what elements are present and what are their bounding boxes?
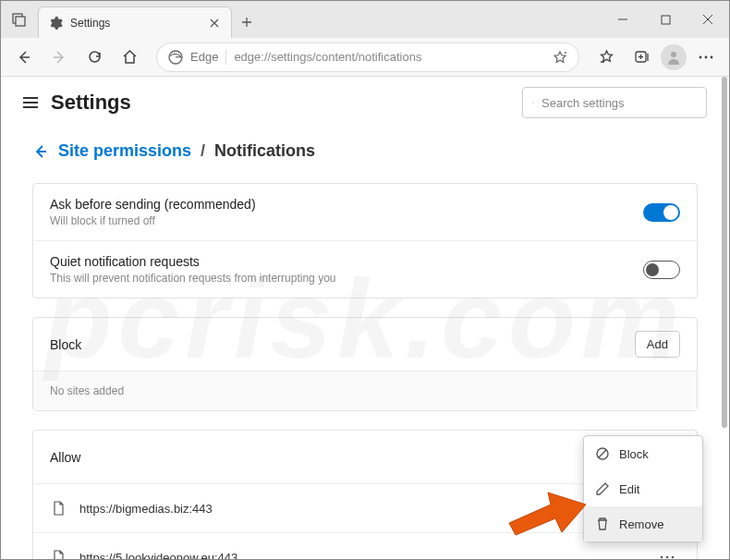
settings-page: pcrisk.com Settings Site permissions / N… bbox=[1, 77, 729, 560]
svg-point-8 bbox=[711, 55, 713, 58]
back-button[interactable] bbox=[8, 42, 40, 73]
svg-point-14 bbox=[666, 556, 669, 559]
ask-title: Ask before sending (recommended) bbox=[50, 197, 256, 212]
block-label: Block bbox=[50, 337, 81, 352]
page-icon bbox=[50, 549, 67, 560]
context-remove-label: Remove bbox=[619, 517, 663, 531]
page-title: Settings bbox=[51, 91, 131, 115]
page-icon bbox=[50, 500, 67, 517]
svg-point-9 bbox=[532, 102, 533, 103]
quiet-requests-row: Quiet notification requests This will pr… bbox=[33, 240, 697, 298]
search-settings-box[interactable] bbox=[522, 87, 707, 118]
more-menu-button[interactable] bbox=[690, 42, 722, 73]
browser-tab[interactable]: Settings bbox=[38, 6, 232, 38]
block-icon bbox=[595, 446, 610, 461]
quiet-subtitle: This will prevent notification requests … bbox=[50, 272, 335, 285]
context-edit[interactable]: Edit bbox=[584, 471, 702, 506]
context-remove[interactable]: Remove bbox=[584, 506, 702, 542]
quiet-toggle[interactable] bbox=[643, 261, 680, 279]
refresh-button[interactable] bbox=[79, 42, 110, 73]
block-section: Block Add No sites added bbox=[32, 317, 698, 411]
new-tab-button[interactable] bbox=[232, 6, 262, 38]
address-url: edge://settings/content/notifications bbox=[234, 50, 545, 64]
svg-rect-1 bbox=[16, 17, 25, 26]
svg-point-13 bbox=[661, 556, 663, 559]
hamburger-icon[interactable] bbox=[23, 97, 38, 108]
notification-toggles-card: Ask before sending (recommended) Will bl… bbox=[32, 183, 698, 298]
address-bar[interactable]: Edge edge://settings/content/notificatio… bbox=[156, 43, 579, 72]
breadcrumb: Site permissions / Notifications bbox=[32, 141, 698, 161]
search-icon bbox=[532, 96, 534, 109]
context-block-label: Block bbox=[619, 447, 649, 461]
svg-point-15 bbox=[672, 556, 675, 559]
edge-logo-icon bbox=[168, 50, 183, 65]
svg-rect-2 bbox=[662, 16, 670, 24]
site-context-menu: Block Edit Remove bbox=[583, 435, 703, 542]
profile-avatar[interactable] bbox=[661, 44, 687, 70]
ask-before-sending-row: Ask before sending (recommended) Will bl… bbox=[33, 184, 697, 240]
breadcrumb-separator: / bbox=[201, 141, 205, 161]
allow-site-url: https://5.lookvideonow.eu:443 bbox=[79, 551, 641, 561]
gear-icon bbox=[48, 16, 63, 30]
ask-toggle[interactable] bbox=[643, 203, 680, 222]
context-block[interactable]: Block bbox=[584, 436, 702, 471]
svg-point-5 bbox=[671, 52, 676, 57]
svg-point-6 bbox=[700, 55, 702, 58]
window-controls bbox=[602, 1, 729, 38]
breadcrumb-current: Notifications bbox=[214, 141, 315, 161]
breadcrumb-link[interactable]: Site permissions bbox=[58, 141, 191, 161]
svg-point-7 bbox=[705, 55, 708, 58]
block-add-button[interactable]: Add bbox=[635, 331, 680, 358]
browser-toolbar: Edge edge://settings/content/notificatio… bbox=[1, 38, 729, 77]
block-empty-text: No sites added bbox=[33, 371, 697, 410]
annotation-arrow bbox=[505, 481, 588, 537]
minimize-button[interactable] bbox=[602, 1, 644, 38]
ask-subtitle: Will block if turned off bbox=[50, 214, 256, 227]
allow-label: Allow bbox=[50, 450, 80, 465]
favorite-star-icon[interactable] bbox=[553, 50, 567, 65]
maximize-button[interactable] bbox=[644, 1, 687, 38]
site-more-button[interactable] bbox=[654, 544, 680, 560]
tab-actions-icon[interactable] bbox=[1, 1, 38, 38]
search-input[interactable] bbox=[541, 96, 697, 110]
home-button[interactable] bbox=[114, 42, 145, 73]
quiet-title: Quiet notification requests bbox=[50, 254, 335, 269]
favorites-button[interactable] bbox=[590, 42, 622, 73]
forward-button[interactable] bbox=[43, 42, 75, 73]
address-prefix: Edge bbox=[190, 50, 218, 64]
divider bbox=[225, 50, 226, 65]
vertical-scrollbar[interactable] bbox=[720, 77, 727, 560]
breadcrumb-back-icon[interactable] bbox=[32, 143, 49, 160]
trash-icon bbox=[595, 517, 610, 531]
page-header: Settings bbox=[1, 77, 729, 128]
collections-button[interactable] bbox=[626, 42, 657, 73]
window-titlebar: Settings bbox=[1, 1, 729, 38]
tab-close-icon[interactable] bbox=[207, 16, 222, 30]
close-window-button[interactable] bbox=[687, 1, 729, 38]
context-edit-label: Edit bbox=[619, 482, 639, 496]
edit-icon bbox=[595, 481, 610, 496]
tab-label: Settings bbox=[70, 17, 200, 30]
